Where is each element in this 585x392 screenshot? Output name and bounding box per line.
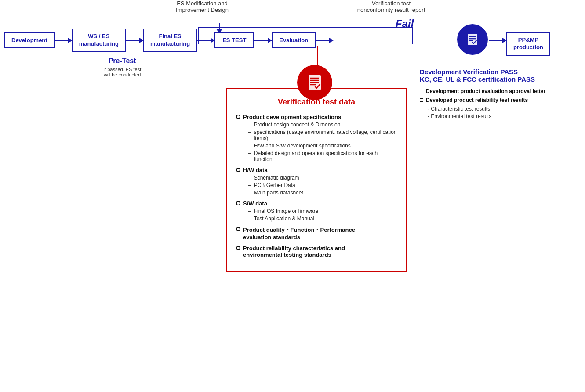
flow-box-final-es: Final ESmanufacturing (143, 29, 197, 52)
fail-top-line (198, 27, 413, 28)
square-bullet-2 (420, 98, 423, 102)
bullet-2 (236, 168, 240, 172)
vtd-sub-1-3: – H/W and S/W development specifications (248, 143, 397, 149)
top-label-es: ES Modification and Improvement Design (171, 0, 233, 13)
vtd-sub-2-3: – Main parts datasheet (248, 190, 397, 196)
bullet-3 (236, 201, 240, 205)
vtd-circle (297, 65, 332, 100)
flow-box-development: Development (4, 32, 55, 48)
vtd-box: Verification test data Product developme… (226, 88, 407, 272)
vtd-sub-2-1: – Schematic diagram (248, 175, 397, 181)
flow-arrow-5 (316, 40, 333, 41)
svg-rect-0 (468, 34, 477, 45)
vtd-section-1: Product development specifications – Pro… (236, 114, 397, 162)
pre-test-area: Pre-Test If passed, ES testwill be condu… (103, 57, 141, 77)
dvp-item-2: Developed product reliability test resul… (420, 97, 578, 103)
eval-icon (465, 32, 480, 47)
vtd-sub-3-1: – Final OS Image or firmware (248, 208, 397, 214)
flow-arrow-4 (254, 40, 272, 41)
vtd-section-2-title: H/W data (236, 167, 397, 173)
vtd-section-2: H/W data – Schematic diagram – PCB Gerbe… (236, 167, 397, 196)
flow-box-ppmp: PP&MPproduction (506, 32, 550, 56)
flow-row: Development WS / ESmanufacturing Final E… (4, 29, 333, 52)
dvp-title: Development Verification PASS KC, CE, UL… (420, 68, 578, 83)
flow-arrow-1 (55, 40, 72, 41)
vtd-section-4-title: Product quality・Function・Performance eva… (236, 226, 397, 241)
vtd-sub-3-2: – Test Application & Manual (248, 216, 397, 222)
vtd-section-3: S/W data – Final OS Image or firmware – … (236, 200, 397, 222)
square-bullet-1 (420, 90, 423, 93)
bullet-5 (236, 246, 240, 250)
vtd-icon (305, 73, 324, 92)
flow-box-es-test: ES TEST (214, 32, 254, 48)
top-label-verify: Verification test nonconformity result r… (352, 0, 431, 13)
vtd-section-5: Product reliability characteristics and … (236, 245, 397, 258)
vtd-sub-1-1: – Product design concept & Dimension (248, 122, 397, 128)
vtd-sub-1-2: – specifications (usage environment, rat… (248, 129, 397, 141)
flow-box-evaluation: Evaluation (272, 32, 316, 48)
flow-arrow-3 (197, 40, 214, 41)
flow-arrow-2 (126, 40, 143, 41)
vtd-sub-2-2: – PCB Gerber Data (248, 182, 397, 188)
vtd-section-1-title: Product development specifications (236, 114, 397, 120)
dvp-sub-2: - Environmental test results (428, 113, 578, 119)
pre-test-sub: If passed, ES testwill be conducted (103, 67, 141, 77)
circle-to-ppmp-arrow (489, 40, 506, 41)
bullet-1 (236, 115, 240, 119)
flow-box-wses: WS / ESmanufacturing (72, 29, 126, 52)
vtd-sub-1-4: – Detailed design and operation specific… (248, 150, 397, 162)
fail-label: Fail (396, 18, 414, 30)
vtd-section-4: Product quality・Function・Performance eva… (236, 226, 397, 241)
vtd-section-5-title: Product reliability characteristics and … (236, 245, 397, 258)
pre-test-title: Pre-Test (103, 57, 141, 65)
dvp-item-1: Development product evaluation approval … (420, 88, 578, 94)
dvp-box: Development Verification PASS KC, CE, UL… (420, 68, 578, 119)
eval-circle (457, 24, 488, 55)
dvp-sub-1: - Characteristic test results (428, 106, 578, 112)
vtd-section-3-title: S/W data (236, 200, 397, 207)
bullet-4 (236, 227, 240, 231)
main-container: ES Modification and Improvement Design V… (0, 0, 585, 392)
